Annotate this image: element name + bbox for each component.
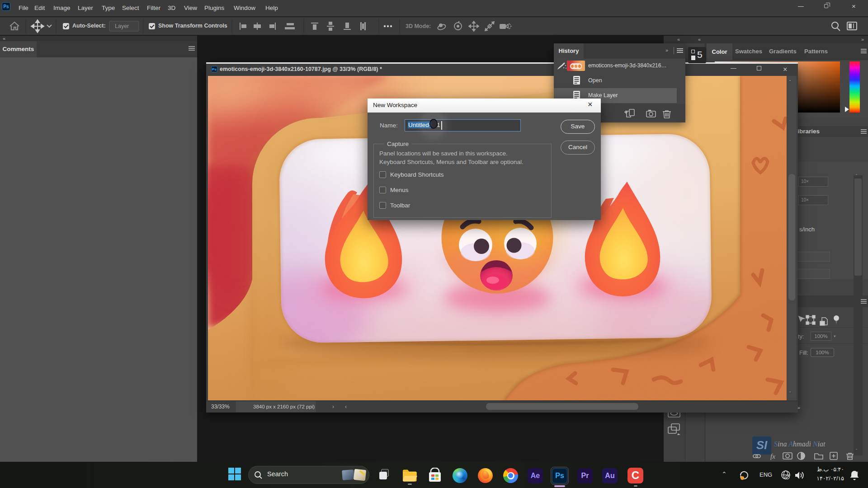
svg-text:fx: fx xyxy=(770,453,775,460)
svg-text:z: z xyxy=(856,470,858,474)
